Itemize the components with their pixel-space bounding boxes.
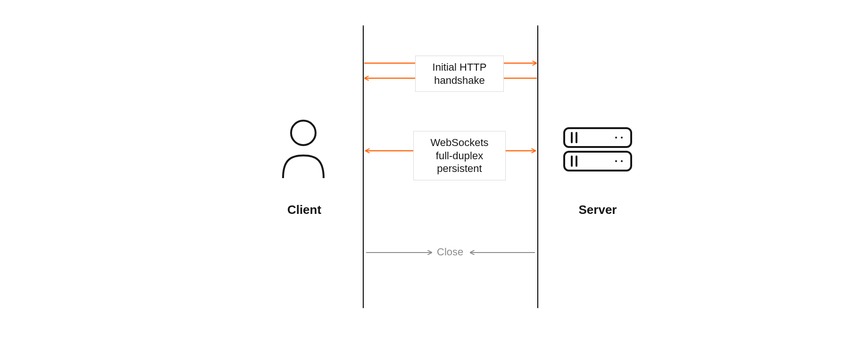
websocket-box: WebSocketsfull-duplexpersistent xyxy=(413,131,506,180)
websocket-text: WebSocketsfull-duplexpersistent xyxy=(430,137,488,174)
handshake-box: Initial HTTPhandshake xyxy=(415,56,504,92)
svg-point-4 xyxy=(615,137,617,139)
client-lifeline xyxy=(363,25,364,308)
server-lifeline xyxy=(537,25,538,308)
handshake-text: Initial HTTPhandshake xyxy=(433,61,487,86)
svg-point-0 xyxy=(291,121,316,145)
svg-point-5 xyxy=(621,137,623,139)
client-label: Client xyxy=(269,203,340,217)
server-label: Server xyxy=(562,203,633,217)
svg-point-9 xyxy=(615,160,617,162)
client-icon xyxy=(277,118,329,181)
server-icon xyxy=(562,126,633,175)
close-label: Close xyxy=(437,246,463,258)
websocket-sequence-diagram: Client Server Initial HTTPhandshake WebS… xyxy=(0,0,868,351)
svg-point-10 xyxy=(621,160,623,162)
